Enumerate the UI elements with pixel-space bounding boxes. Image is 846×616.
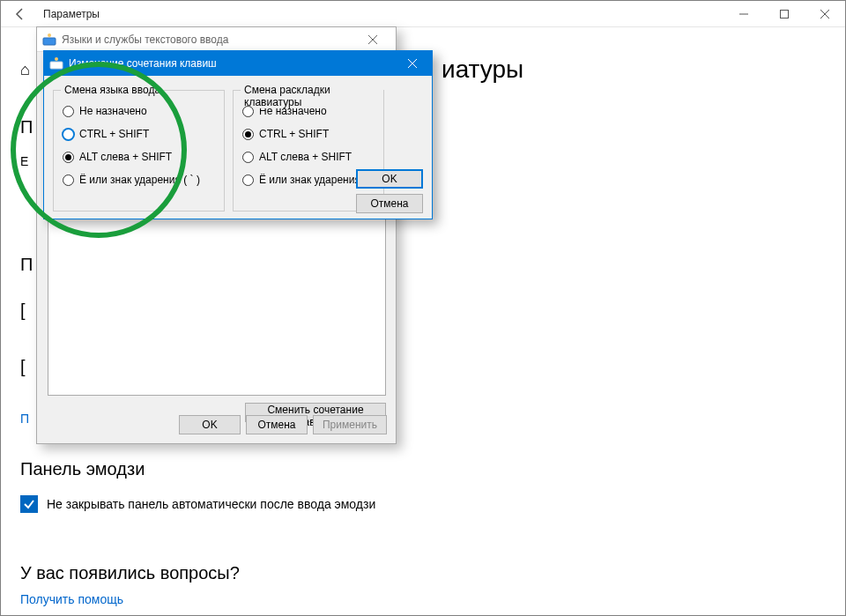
input-language-group: Смена языка ввода Не назначено CTRL + SH… (53, 90, 225, 212)
text-services-buttons: OK Отмена Применить (37, 415, 396, 434)
radio-label: ALT слева + SHIFT (259, 151, 352, 163)
radio-icon (242, 129, 254, 140)
emoji-heading: Панель эмодзи (20, 459, 375, 479)
svg-rect-4 (43, 38, 56, 45)
hotkey-cancel-button[interactable]: Отмена (356, 194, 423, 213)
radio-label: CTRL + SHIFT (259, 128, 329, 140)
hotkey-titlebar: Изменение сочетания клавиш (44, 51, 432, 76)
keyboard-icon (42, 33, 56, 47)
text-services-title: Языки и службы текстового ввода (62, 33, 355, 46)
radio-layout-alt-shift[interactable]: ALT слева + SHIFT (234, 145, 383, 168)
radio-icon (242, 152, 254, 163)
radio-icon (242, 174, 254, 186)
close-icon (820, 10, 829, 19)
keyboard-icon (49, 56, 63, 71)
frag-p1: П (20, 117, 33, 137)
radio-icon (242, 106, 254, 117)
minimize-button[interactable] (724, 1, 764, 27)
text-services-titlebar: Языки и службы текстового ввода (37, 27, 396, 52)
frag-b1: [ (20, 301, 26, 321)
text-services-close-button[interactable] (355, 33, 390, 47)
radio-label: Не назначено (79, 105, 147, 117)
emoji-checkbox-label: Не закрывать панель автоматически после … (47, 497, 375, 511)
radio-label: ALT слева + SHIFT (79, 151, 172, 163)
hotkey-close-button[interactable] (393, 51, 432, 76)
questions-section: У вас появились вопросы? Получить помощь (20, 563, 240, 606)
emoji-checkbox[interactable] (20, 495, 38, 513)
get-help-link[interactable]: Получить помощь (20, 592, 123, 606)
radio-icon (63, 129, 74, 140)
close-icon (368, 35, 377, 44)
svg-point-5 (48, 33, 51, 37)
frag-blue-p: П (20, 412, 29, 426)
maximize-button[interactable] (764, 1, 805, 27)
hotkey-ok-button[interactable]: OK (356, 169, 423, 189)
close-button[interactable] (805, 1, 845, 27)
settings-titlebar: Параметры (1, 1, 845, 27)
svg-rect-1 (781, 10, 789, 18)
ts-ok-button[interactable]: OK (179, 415, 241, 434)
ts-apply-button: Применить (313, 415, 387, 434)
back-arrow-icon (13, 7, 27, 21)
questions-heading: У вас появились вопросы? (20, 563, 240, 583)
radio-lang-alt-shift[interactable]: ALT слева + SHIFT (54, 145, 224, 168)
keyboard-layout-group-title: Смена раскладки клавиатуры (241, 84, 383, 108)
page-heading-partial: иатуры (442, 56, 523, 84)
frag-p2: П (20, 255, 33, 275)
check-icon (23, 498, 35, 510)
maximize-icon (780, 10, 789, 19)
home-icon: ⌂ (20, 61, 30, 79)
settings-title: Параметры (40, 8, 724, 20)
svg-rect-8 (50, 62, 63, 69)
radio-icon (63, 106, 74, 117)
hotkey-buttons: OK Отмена (356, 169, 423, 219)
minimize-icon (739, 10, 748, 19)
back-button[interactable] (1, 1, 40, 27)
ts-cancel-button[interactable]: Отмена (246, 415, 308, 434)
emoji-section: Панель эмодзи Не закрывать панель автома… (20, 459, 375, 513)
frag-e: Е (20, 154, 28, 168)
radio-icon (63, 152, 74, 163)
radio-lang-ctrl-shift[interactable]: CTRL + SHIFT (54, 122, 224, 145)
hotkey-dialog: Изменение сочетания клавиш Смена языка в… (43, 50, 433, 219)
input-language-group-title: Смена языка ввода (61, 84, 164, 96)
radio-lang-none[interactable]: Не назначено (54, 100, 224, 122)
radio-label: Ё или знак ударения ( ` ) (79, 174, 200, 186)
radio-label: CTRL + SHIFT (79, 128, 149, 140)
radio-layout-ctrl-shift[interactable]: CTRL + SHIFT (234, 122, 383, 145)
radio-icon (63, 174, 74, 186)
hotkey-title: Изменение сочетания клавиш (69, 57, 393, 70)
emoji-checkbox-row[interactable]: Не закрывать панель автоматически после … (20, 495, 375, 513)
radio-lang-grave[interactable]: Ё или знак ударения ( ` ) (54, 168, 224, 191)
close-icon (408, 59, 417, 68)
frag-b2: [ (20, 357, 26, 377)
svg-point-9 (55, 57, 58, 61)
